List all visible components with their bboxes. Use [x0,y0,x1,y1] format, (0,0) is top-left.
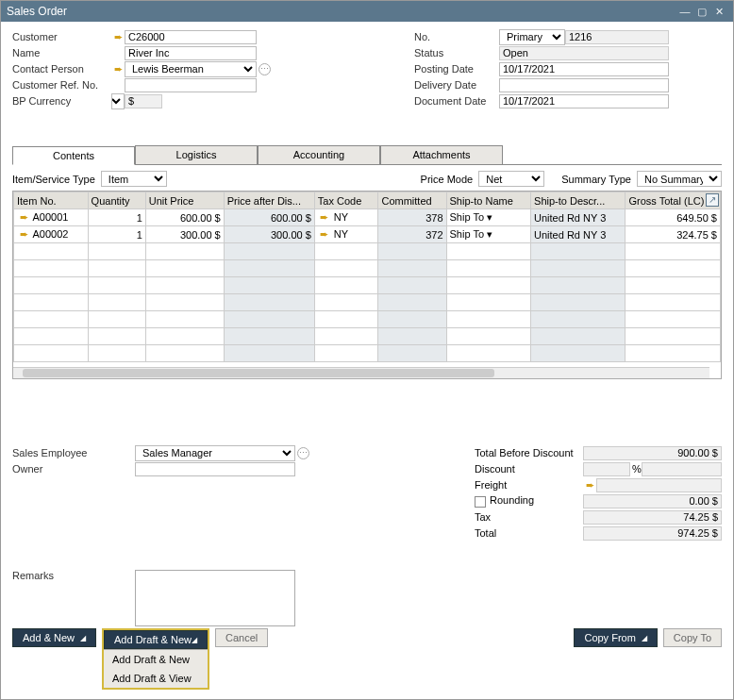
details-icon[interactable]: ⋯ [259,63,271,75]
pricemode-label: Price Mode [421,174,474,185]
owner-field[interactable] [135,462,295,476]
add-draft-dropdown: Add Draft & New Add Draft & View [104,649,208,688]
remarks-label: Remarks [12,570,135,626]
col-priceafter[interactable]: Price after Dis... [224,192,314,209]
pricemode-select[interactable]: Net [478,171,544,187]
no-series-select[interactable]: Primary [499,29,565,45]
customer-field[interactable] [125,30,257,44]
col-committed[interactable]: Committed [378,192,446,209]
cancel-button[interactable]: Cancel [215,628,268,647]
rounding-value: 0.00 $ [583,494,722,508]
bpcur-select[interactable] [111,93,125,109]
contact-select[interactable]: Lewis Beerman [125,61,257,77]
no-label: No. [414,31,499,42]
table-row[interactable] [14,345,721,362]
link-arrow-icon[interactable]: ➨ [583,479,596,492]
table-row[interactable] [14,294,721,311]
horizontal-scrollbar[interactable] [13,367,709,378]
owner-label: Owner [12,463,135,475]
rounding-checkbox[interactable] [475,496,486,508]
items-grid-container: ↗ Item No. Quantity Unit Price Price aft… [12,191,722,379]
tab-accounting[interactable]: Accounting [258,145,380,164]
itemtype-select[interactable]: Item [101,171,167,187]
bpcur-label: BP Currency [12,95,111,107]
table-row[interactable] [14,243,721,260]
tbd-value: 900.00 $ [583,446,722,460]
table-row[interactable]: ➨ A000021300.00 $300.00 $➨ NY372Ship To … [14,226,721,243]
tab-attachments[interactable]: Attachments [380,145,503,164]
table-row[interactable] [14,311,721,328]
summarytype-select[interactable]: No Summary [637,171,722,187]
details-icon[interactable]: ⋯ [297,447,309,459]
salesemp-select[interactable]: Sales Manager [135,445,295,461]
copy-to-button[interactable]: Copy To [663,628,722,647]
freight-label: Freight [475,479,583,491]
table-row[interactable] [14,277,721,294]
posting-label: Posting Date [414,63,499,75]
tabset: Contents Logistics Accounting Attachment… [12,145,722,165]
menu-add-draft-new[interactable]: Add Draft & New [104,650,208,669]
customer-label: Customer [12,31,111,42]
maximize-button[interactable]: ▢ [693,6,710,18]
col-shipdescr[interactable]: Ship-to Descr... [531,192,626,209]
col-shipname[interactable]: Ship-to Name [446,192,531,209]
status-field [499,46,669,60]
freight-value [596,478,722,492]
copy-from-button[interactable]: Copy From◢ [574,628,657,647]
pct-label: % [630,463,642,475]
rounding-label: Rounding [475,494,583,507]
tax-label: Tax [475,511,583,523]
remarks-textarea[interactable] [135,570,295,626]
add-draft-new-button[interactable]: Add Draft & New◢ [104,630,208,649]
sales-order-window: Sales Order — ▢ ✕ Customer ➨ Name Contac… [0,0,734,700]
itemtype-label: Item/Service Type [12,174,95,185]
col-unitprice[interactable]: Unit Price [145,192,224,209]
delivery-label: Delivery Date [414,79,499,91]
close-button[interactable]: ✕ [710,6,727,18]
titlebar: Sales Order — ▢ ✕ [1,1,733,22]
tab-logistics[interactable]: Logistics [135,145,258,164]
col-itemno[interactable]: Item No. [14,192,89,209]
menu-add-draft-view[interactable]: Add Draft & View [104,669,208,688]
salesemp-label: Sales Employee [12,447,135,458]
popout-icon[interactable]: ↗ [706,193,719,207]
items-grid[interactable]: Item No. Quantity Unit Price Price after… [13,192,721,362]
window-title: Sales Order [7,5,676,18]
custref-label: Customer Ref. No. [12,79,111,91]
tab-contents[interactable]: Contents [12,146,135,165]
posting-field[interactable] [499,62,669,76]
docdate-field[interactable] [499,94,669,108]
total-value: 974.25 $ [583,526,722,541]
link-arrow-icon[interactable]: ➨ [111,63,125,75]
total-label: Total [475,527,583,539]
contact-label: Contact Person [12,63,111,75]
table-row[interactable] [14,260,721,277]
docdate-label: Document Date [414,95,499,107]
tbd-label: Total Before Discount [475,447,583,458]
name-field[interactable] [125,46,257,60]
bpcur-symbol [125,94,162,108]
no-field [565,30,669,44]
minimize-button[interactable]: — [676,6,693,17]
custref-field[interactable] [125,78,257,92]
add-draft-split-button: Add Draft & New◢ Add Draft & New Add Dra… [102,628,209,690]
link-arrow-icon[interactable]: ➨ [111,31,125,43]
discount-label: Discount [475,463,583,475]
status-label: Status [414,47,499,58]
table-row[interactable] [14,328,721,345]
summarytype-label: Summary Type [561,174,631,185]
col-taxcode[interactable]: Tax Code [314,192,378,209]
name-label: Name [12,47,111,58]
add-new-button[interactable]: Add & New◢ [12,628,96,647]
discount-value [642,462,722,476]
delivery-field[interactable] [499,78,669,92]
tax-value: 74.25 $ [583,510,722,525]
table-row[interactable]: ➨ A000011600.00 $600.00 $➨ NY378Ship To … [14,209,721,226]
col-qty[interactable]: Quantity [88,192,145,209]
discount-pct-field[interactable] [583,462,630,476]
